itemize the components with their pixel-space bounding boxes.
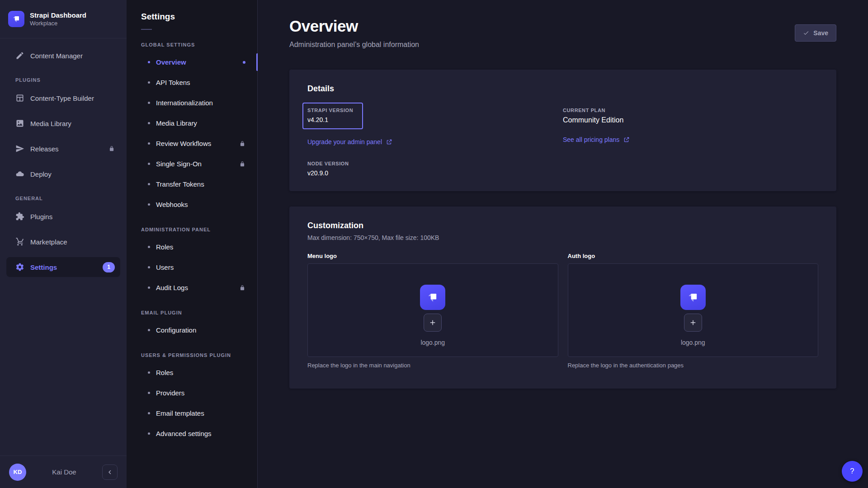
subnav-item-label: Media Library xyxy=(156,119,197,127)
sidebar-item-releases[interactable]: Releases xyxy=(6,139,120,159)
pricing-plans-link[interactable]: See all pricing plans xyxy=(563,136,630,143)
subnav-item-advanced-settings[interactable]: Advanced settings xyxy=(127,423,257,444)
bullet-icon xyxy=(148,142,150,145)
subnav-item-users[interactable]: Users xyxy=(127,257,257,277)
workspace-subtitle: Workplace xyxy=(30,20,86,27)
subnav-item-review-workflows[interactable]: Review Workflows xyxy=(127,133,257,154)
subnav-section-email-plugin: EMAIL PLUGIN xyxy=(141,310,243,315)
user-name: Kai Doe xyxy=(26,468,102,476)
node-version-block: NODE VERSION v20.9.0 xyxy=(307,161,563,177)
sidebar-item-label: Content Manager xyxy=(30,52,83,60)
layout-icon xyxy=(15,94,24,103)
subnav-item-configuration[interactable]: Configuration xyxy=(127,320,257,340)
menu-logo-filename: logo.png xyxy=(420,339,445,346)
page-header: Overview Administration panel’s global i… xyxy=(289,17,836,49)
menu-logo-field: Menu logo logo.png Replace the logo xyxy=(307,253,558,369)
upgrade-admin-panel-link[interactable]: Upgrade your admin panel xyxy=(307,138,392,145)
subnav-item-label: API Tokens xyxy=(156,79,190,86)
subnav-list: Roles Providers Email templates Advanced… xyxy=(127,362,257,444)
menu-logo-preview xyxy=(420,285,445,310)
subnav-item-label: Users xyxy=(156,263,174,271)
settings-subnav: Settings GLOBAL SETTINGS Overview API To… xyxy=(127,0,258,488)
avatar: KD xyxy=(9,464,26,481)
lock-icon xyxy=(108,145,115,152)
subnav-item-label: Configuration xyxy=(156,326,196,334)
plus-icon xyxy=(429,319,437,327)
subnav-item-roles[interactable]: Roles xyxy=(127,237,257,257)
sidebar-item-marketplace[interactable]: Marketplace xyxy=(6,232,120,252)
main-sidebar: Strapi Dashboard Workplace Content Manag… xyxy=(0,0,127,488)
collapse-sidebar-button[interactable] xyxy=(102,465,118,480)
menu-logo-label: Menu logo xyxy=(307,253,558,259)
subnav-item-audit-logs[interactable]: Audit Logs xyxy=(127,277,257,298)
sidebar-item-content-type-builder[interactable]: Content-Type Builder xyxy=(6,88,120,108)
sidebar-item-deploy[interactable]: Deploy xyxy=(6,164,120,184)
sidebar-item-plugins[interactable]: Plugins xyxy=(6,206,120,226)
sidebar-item-label: Settings xyxy=(30,263,57,271)
subnav-item-transfer-tokens[interactable]: Transfer Tokens xyxy=(127,174,257,194)
help-button[interactable]: ? xyxy=(842,461,863,482)
menu-logo-dropzone[interactable]: logo.png xyxy=(307,263,558,357)
page-title: Overview xyxy=(289,17,419,35)
subnav-item-up-roles[interactable]: Roles xyxy=(127,362,257,383)
subnav-item-label: Single Sign-On xyxy=(156,160,202,168)
divider xyxy=(141,29,152,30)
strapi-logo-icon xyxy=(426,291,439,304)
auth-logo-filename: logo.png xyxy=(681,339,705,346)
subnav-item-label: Audit Logs xyxy=(156,284,188,291)
bullet-icon xyxy=(148,61,150,63)
auth-logo-dropzone[interactable]: logo.png xyxy=(568,263,819,357)
bullet-icon xyxy=(148,246,150,248)
subnav-item-single-sign-on[interactable]: Single Sign-On xyxy=(127,154,257,174)
notification-dot-icon xyxy=(243,61,245,64)
cart-icon xyxy=(15,237,24,246)
bullet-icon xyxy=(148,81,150,84)
bullet-icon xyxy=(148,266,150,268)
subnav-item-overview[interactable]: Overview xyxy=(127,52,257,72)
bullet-icon xyxy=(148,183,150,185)
current-plan-value: Community Edition xyxy=(563,116,818,124)
details-card-title: Details xyxy=(307,84,818,94)
subnav-item-webhooks[interactable]: Webhooks xyxy=(127,194,257,215)
menu-logo-add-button[interactable] xyxy=(424,314,442,332)
upgrade-admin-panel-link-label: Upgrade your admin panel xyxy=(307,138,382,145)
subnav-section-users-permissions-plugin: USERS & PERMISSIONS PLUGIN xyxy=(141,352,243,358)
subnav-item-label: Email templates xyxy=(156,409,204,417)
subnav-item-email-templates[interactable]: Email templates xyxy=(127,403,257,423)
gear-icon xyxy=(15,263,24,272)
sidebar-item-content-manager[interactable]: Content Manager xyxy=(6,46,120,66)
customization-card-title: Customization xyxy=(307,221,818,230)
customization-card-subtitle: Max dimension: 750×750, Max file size: 1… xyxy=(307,234,818,241)
lock-icon xyxy=(239,161,245,167)
node-version-label: NODE VERSION xyxy=(307,161,563,166)
save-button[interactable]: Save xyxy=(795,24,836,42)
sidebar-item-media-library[interactable]: Media Library xyxy=(6,113,120,133)
user-menu[interactable]: KD Kai Doe xyxy=(0,455,127,488)
details-card: Details STRAPI VERSION v4.20.1 Upgrade y… xyxy=(289,70,836,191)
auth-logo-add-button[interactable] xyxy=(684,314,702,332)
strapi-logo-icon xyxy=(686,291,700,304)
subnav-item-media-library[interactable]: Media Library xyxy=(127,113,257,133)
bullet-icon xyxy=(148,163,150,165)
auth-logo-hint: Replace the logo in the authentication p… xyxy=(568,362,819,369)
logos-grid: Menu logo logo.png Replace the logo xyxy=(307,253,818,369)
sidebar-item-label: Marketplace xyxy=(30,238,67,246)
sidebar-item-label: Media Library xyxy=(30,120,71,127)
bullet-icon xyxy=(148,329,150,331)
strapi-version-highlight: STRAPI VERSION v4.20.1 xyxy=(302,103,363,129)
subnav-item-label: Roles xyxy=(156,369,173,376)
external-link-icon xyxy=(386,139,392,145)
sidebar-item-settings[interactable]: Settings 1 xyxy=(6,257,120,277)
subnav-item-label: Webhooks xyxy=(156,201,188,208)
details-grid: STRAPI VERSION v4.20.1 Upgrade your admi… xyxy=(307,103,818,177)
subnav-item-providers[interactable]: Providers xyxy=(127,383,257,403)
subnav-item-api-tokens[interactable]: API Tokens xyxy=(127,72,257,93)
settings-notification-badge: 1 xyxy=(103,262,115,272)
subnav-item-label: Advanced settings xyxy=(156,430,212,437)
subnav-item-internationalization[interactable]: Internationalization xyxy=(127,93,257,113)
bullet-icon xyxy=(148,122,150,124)
strapi-version-value: v4.20.1 xyxy=(307,116,353,123)
subnav-item-label: Overview xyxy=(156,58,186,66)
main-nav-list: Content Manager PLUGINS Content-Type Bui… xyxy=(0,38,127,282)
subnav-list: Roles Users Audit Logs xyxy=(127,237,257,298)
